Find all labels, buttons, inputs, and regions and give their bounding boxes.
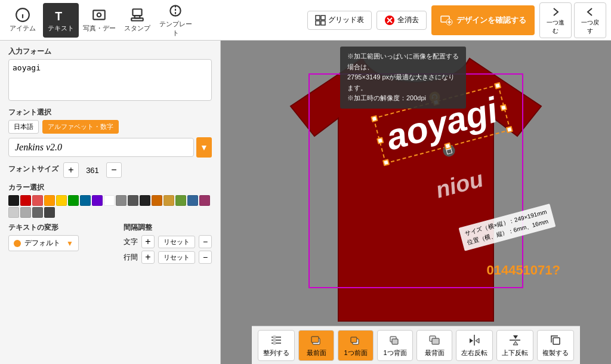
text-input[interactable]: aoyagi (8, 59, 212, 101)
forward-label: 一つ進む (546, 18, 565, 35)
svg-rect-28 (273, 335, 276, 345)
grid-button[interactable]: グリッド表 (307, 11, 372, 30)
tooltip-line3: 2795×3149 pxが最適な大きさになり (347, 72, 459, 83)
svg-marker-38 (470, 338, 473, 343)
front-most-label: 最前面 (307, 348, 326, 357)
tooltip-box: ※加工範囲いっぱいに画像を配置する 場合は、 2795×3149 pxが最適な大… (340, 47, 466, 109)
color-swatch[interactable] (8, 207, 19, 218)
tooltip-line4: ます。 (347, 83, 459, 94)
confirm-button[interactable]: デザインを確認する (431, 5, 535, 35)
font-select-label: フォント選択 (8, 107, 212, 118)
font-size-minus[interactable]: − (106, 162, 122, 178)
clear-button[interactable]: 全消去 (377, 11, 427, 30)
confirm-label: デザインを確認する (456, 15, 526, 26)
align-button[interactable]: 整列する (258, 330, 295, 361)
color-swatch[interactable] (92, 195, 103, 206)
svg-rect-4 (93, 10, 105, 19)
tool-template-label: テンプレート (158, 20, 193, 38)
tool-template-button[interactable]: テンプレート (158, 3, 193, 38)
svg-marker-41 (513, 335, 518, 339)
color-swatch[interactable] (44, 207, 55, 218)
color-swatch[interactable] (68, 195, 79, 206)
back-label: 一つ戻す (581, 18, 600, 35)
front-one-button[interactable]: 1つ前面 (338, 330, 374, 361)
color-swatch[interactable] (80, 195, 91, 206)
front-one-label: 1つ前面 (344, 348, 367, 357)
flip-v-button[interactable]: 上下反転 (496, 330, 533, 361)
front-most-button[interactable]: 最前面 (298, 330, 334, 361)
duplicate-button[interactable]: 複製する (537, 330, 574, 361)
transform-default-label: デフォルト (24, 238, 60, 248)
canvas-area: ※加工範囲いっぱいに画像を配置する 場合は、 2795×3149 pxが最適な大… (221, 41, 611, 364)
color-swatch[interactable] (8, 195, 19, 206)
color-swatch[interactable] (128, 195, 138, 206)
font-size-label: フォントサイズ (8, 164, 58, 174)
back-most-button[interactable]: 最背面 (416, 330, 452, 361)
main-area: 入力フォーム aoyagi フォント選択 日本語 アルファベット・数字 Jenk… (0, 41, 611, 364)
svg-point-5 (97, 13, 101, 17)
tool-item-label: アイテム (10, 24, 36, 33)
bottom-number: 014451071? (486, 263, 560, 278)
tool-stamp-button[interactable]: スタンプ (119, 3, 155, 38)
svg-rect-22 (446, 149, 452, 154)
handle-ml[interactable] (377, 137, 384, 144)
color-swatch[interactable] (140, 195, 150, 206)
color-swatch[interactable] (175, 195, 186, 206)
svg-rect-12 (321, 16, 325, 20)
color-swatch[interactable] (199, 195, 210, 206)
color-swatch[interactable] (163, 195, 174, 206)
back-one-label: 1つ背面 (383, 348, 406, 357)
line-plus[interactable]: + (141, 251, 155, 264)
color-swatch[interactable] (116, 195, 126, 206)
spacing-label: 間隔調整 (124, 223, 212, 233)
align-label: 整列する (263, 348, 289, 357)
color-swatch[interactable] (104, 195, 115, 206)
color-swatch[interactable] (56, 195, 67, 206)
color-swatch[interactable] (20, 207, 31, 218)
svg-rect-32 (351, 337, 357, 343)
font-arrow-button[interactable]: ▼ (196, 137, 212, 158)
tool-photo-button[interactable]: 写真・デー (81, 3, 117, 38)
back-one-button[interactable]: 1つ背面 (377, 330, 413, 361)
svg-rect-14 (321, 21, 325, 25)
svg-rect-36 (432, 338, 439, 344)
forward-button[interactable]: 一つ進む (539, 2, 572, 38)
undo-redo-group: 一つ進む 一つ戻す (539, 2, 606, 38)
color-swatch[interactable] (20, 195, 31, 206)
bottom-toolbar: 整列する 最前面 1つ前面 (252, 326, 580, 364)
tool-item-button[interactable]: アイテム (5, 3, 41, 38)
svg-rect-8 (135, 16, 140, 18)
transform-label: テキストの変形 (8, 223, 116, 233)
font-size-value: 361 (84, 166, 101, 175)
duplicate-label: 複製する (542, 348, 569, 357)
color-palette (8, 195, 212, 218)
color-swatch[interactable] (187, 195, 198, 206)
back-button[interactable]: 一つ戻す (574, 2, 606, 38)
char-plus[interactable]: + (141, 235, 155, 248)
handle-tl[interactable] (371, 115, 378, 122)
svg-rect-30 (311, 337, 319, 343)
color-swatch[interactable] (152, 195, 162, 206)
tool-text-button[interactable]: T テキスト (43, 3, 79, 38)
flip-v-label: 上下反転 (502, 348, 528, 357)
tool-photo-label: 写真・デー (83, 24, 116, 33)
tooltip-line2: 場合は、 (347, 62, 459, 73)
tool-text-label: テキスト (48, 24, 74, 33)
transform-select[interactable]: デフォルト ▼ (8, 235, 79, 251)
line-reset[interactable]: リセット (158, 251, 195, 264)
color-swatch[interactable] (32, 207, 43, 218)
lang-alpha-button[interactable]: アルファベット・数字 (42, 120, 119, 134)
font-select-display[interactable]: Jenkins v2.0 (8, 138, 194, 157)
color-swatch[interactable] (32, 195, 43, 206)
char-minus[interactable]: − (199, 235, 212, 248)
orange-dot-icon (14, 240, 21, 247)
color-swatch[interactable] (44, 195, 55, 206)
color-label: カラー選択 (8, 183, 212, 193)
char-reset[interactable]: リセット (158, 236, 195, 248)
line-minus[interactable]: − (199, 251, 212, 264)
flip-h-button[interactable]: 左右反転 (456, 330, 493, 361)
font-size-plus[interactable]: + (63, 162, 79, 178)
lang-japanese-button[interactable]: 日本語 (8, 120, 39, 134)
svg-rect-6 (132, 9, 141, 16)
left-panel: 入力フォーム aoyagi フォント選択 日本語 アルファベット・数字 Jenk… (0, 41, 221, 364)
